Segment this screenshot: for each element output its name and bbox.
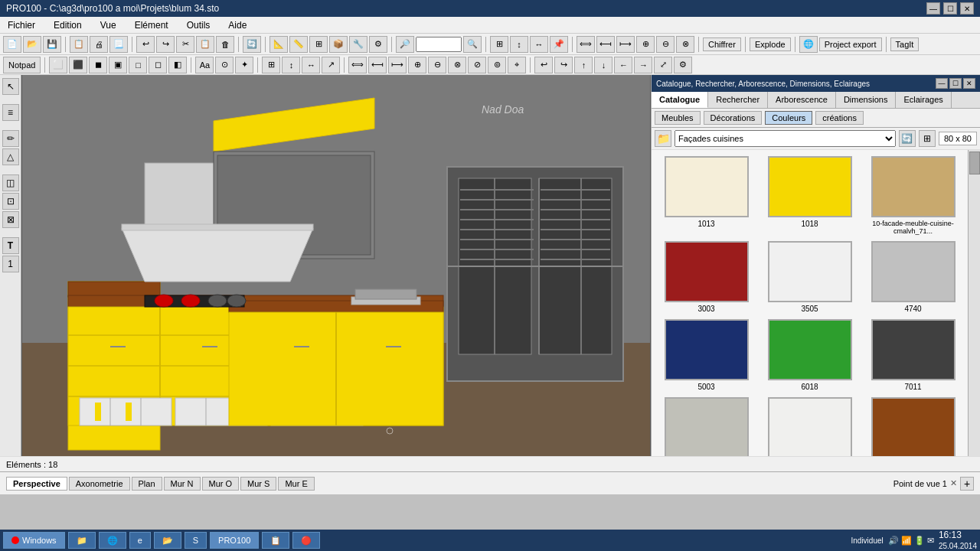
view-btn4[interactable]: ▣	[109, 57, 127, 73]
colour-5003[interactable]: 5003	[658, 319, 755, 391]
menu-vue[interactable]: Vue	[96, 18, 121, 32]
category-select[interactable]: Façades cuisines	[675, 130, 896, 147]
taskbar-explorer[interactable]: 📁	[68, 532, 96, 549]
view-btn5[interactable]: □	[129, 57, 147, 73]
view-tab-mure[interactable]: Mur E	[278, 477, 314, 491]
btn28[interactable]: ⊖	[656, 36, 675, 53]
view-btn27[interactable]: ↓	[594, 57, 612, 73]
subtab-couleurs[interactable]: Couleurs	[765, 111, 812, 125]
colour-1018[interactable]: 1018	[761, 156, 858, 235]
view-btn9[interactable]: ⊙	[215, 57, 234, 73]
taskbar-pro100[interactable]: PRO100	[210, 532, 259, 549]
view-btn12[interactable]: ↕	[282, 57, 300, 73]
menu-outils[interactable]: Outils	[182, 18, 215, 32]
colour-3003[interactable]: 3003	[658, 241, 755, 313]
colour-3505[interactable]: 3505	[761, 241, 858, 313]
swatch-1018[interactable]	[768, 156, 852, 217]
taskbar-skype[interactable]: S	[185, 532, 207, 549]
view-btn26[interactable]: ↑	[574, 57, 593, 73]
redo-button[interactable]: ↪	[156, 36, 175, 53]
btn23[interactable]: 📌	[550, 36, 568, 53]
grid-btn[interactable]: ⊞	[490, 36, 508, 53]
colour-10facade[interactable]: 10-facade-meuble-cuisine-cmalvh_71...	[864, 156, 962, 235]
swatch-6018[interactable]	[768, 319, 852, 380]
swatch-partial2[interactable]	[768, 397, 852, 456]
btn12[interactable]: 🔄	[243, 36, 261, 53]
minimize-button[interactable]: —	[926, 2, 940, 15]
colour-7011[interactable]: 7011	[864, 319, 962, 391]
swatch-7011[interactable]	[871, 319, 956, 380]
btn14[interactable]: 📏	[289, 36, 308, 53]
tab-rechercher[interactable]: Rechercher	[708, 92, 768, 108]
view-btn3[interactable]: ◼	[89, 57, 107, 73]
btn9[interactable]: ✂	[176, 36, 194, 53]
view-tab-murs[interactable]: Mur S	[240, 477, 276, 491]
view-btn29[interactable]: →	[634, 57, 652, 73]
taskbar-other[interactable]: 📋	[262, 532, 289, 549]
swatch-partial3[interactable]	[871, 397, 956, 456]
tool-num[interactable]: 1	[2, 256, 19, 272]
btn13[interactable]: 📐	[270, 36, 288, 53]
view-btn8[interactable]: Aa	[195, 57, 214, 73]
colour-partial3[interactable]	[864, 397, 962, 456]
btn6[interactable]: 📃	[109, 36, 128, 53]
tool-lines[interactable]: ≡	[2, 104, 19, 121]
btn4[interactable]: 📋	[70, 36, 88, 53]
point-de-vue-close[interactable]: ✕	[950, 478, 957, 488]
close-button[interactable]: ✕	[960, 2, 974, 15]
subtab-meubles[interactable]: Meubles	[655, 111, 701, 125]
grid-view-icon[interactable]: ⊞	[919, 130, 936, 147]
swatch-5003[interactable]	[665, 319, 749, 380]
view-btn2[interactable]: ⬛	[69, 57, 87, 73]
view-btn28[interactable]: ←	[614, 57, 632, 73]
view-tab-muro[interactable]: Mur O	[202, 477, 240, 491]
chiffrer-button[interactable]: Chiffrer	[703, 37, 741, 51]
undo-button[interactable]: ↩	[136, 36, 155, 53]
search-btn[interactable]: 🔍	[463, 36, 482, 53]
refresh-icon[interactable]: 🔄	[899, 130, 916, 147]
add-view-button[interactable]: +	[960, 477, 974, 491]
view-btn7[interactable]: ◧	[168, 57, 187, 73]
btn26[interactable]: ⟼	[616, 36, 635, 53]
btn17[interactable]: 🔧	[349, 36, 368, 53]
print-button[interactable]: 🖨	[90, 36, 108, 53]
tab-catalogue[interactable]: Catalogue	[652, 92, 708, 108]
view-btn30[interactable]: ⤢	[654, 57, 672, 73]
3d-viewport[interactable]: Nad Doa	[21, 75, 651, 456]
open-button[interactable]: 📂	[23, 36, 41, 53]
view-btn16[interactable]: ⟻	[368, 57, 387, 73]
menu-edition[interactable]: Edition	[49, 18, 87, 32]
view-btn14[interactable]: ↗	[322, 57, 340, 73]
btn16[interactable]: 📦	[329, 36, 348, 53]
btn11[interactable]: 🗑	[216, 36, 234, 53]
panel-scrollbar[interactable]	[968, 150, 980, 456]
view-btn17[interactable]: ⟼	[388, 57, 407, 73]
tab-arborescence[interactable]: Arborescence	[768, 92, 836, 108]
view-tab-plan[interactable]: Plan	[132, 477, 162, 491]
view-btn10[interactable]: ✦	[235, 57, 253, 73]
view-btn20[interactable]: ⊗	[448, 57, 466, 73]
swatch-1013[interactable]	[665, 156, 749, 217]
btn10[interactable]: 📋	[196, 36, 214, 53]
menu-fichier[interactable]: Fichier	[3, 18, 40, 32]
tool-T[interactable]: T	[2, 237, 19, 254]
swatch-3003[interactable]	[665, 241, 749, 302]
tool-7[interactable]: ⊠	[2, 211, 19, 228]
view-btn13[interactable]: ↔	[302, 57, 320, 73]
panel-min-button[interactable]: —	[936, 78, 948, 89]
swatch-4740[interactable]	[871, 241, 956, 302]
btn21[interactable]: ↕	[510, 36, 528, 53]
btn24[interactable]: ⟺	[577, 36, 595, 53]
view-btn23[interactable]: ⌖	[508, 57, 526, 73]
btn15[interactable]: ⊞	[309, 36, 328, 53]
colour-1013[interactable]: 1013	[658, 156, 755, 235]
btn25[interactable]: ⟻	[596, 36, 615, 53]
save-button[interactable]: 💾	[43, 36, 61, 53]
view-tab-perspective[interactable]: Perspective	[6, 477, 67, 491]
menu-aide[interactable]: Aide	[224, 18, 251, 32]
btn19[interactable]: 🔎	[396, 36, 414, 53]
tool-paint[interactable]: ✏	[2, 130, 19, 147]
view-btn1[interactable]: ⬜	[49, 57, 67, 73]
taskbar-ie[interactable]: e	[129, 532, 151, 549]
btn18[interactable]: ⚙	[369, 36, 387, 53]
